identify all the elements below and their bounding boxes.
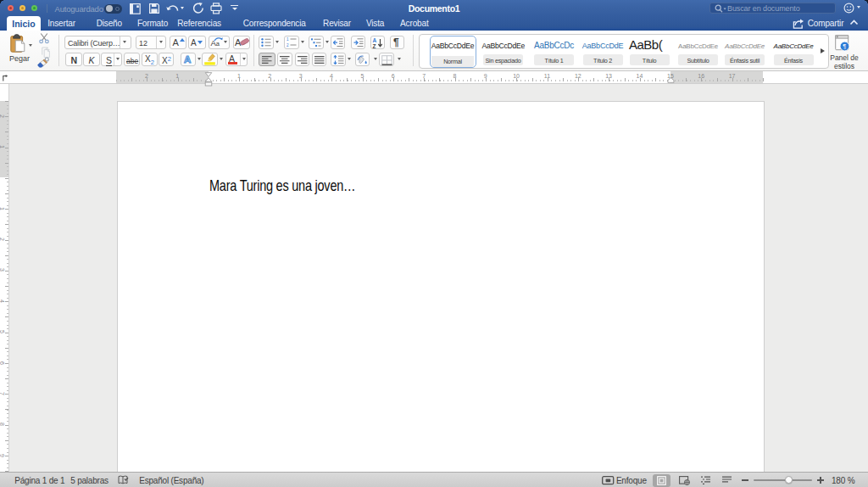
svg-text:2: 2: [287, 43, 289, 48]
svg-text:Z: Z: [373, 43, 376, 49]
svg-text:1: 1: [287, 37, 289, 42]
svg-text:A: A: [373, 37, 377, 43]
svg-text:¶: ¶: [843, 42, 846, 50]
